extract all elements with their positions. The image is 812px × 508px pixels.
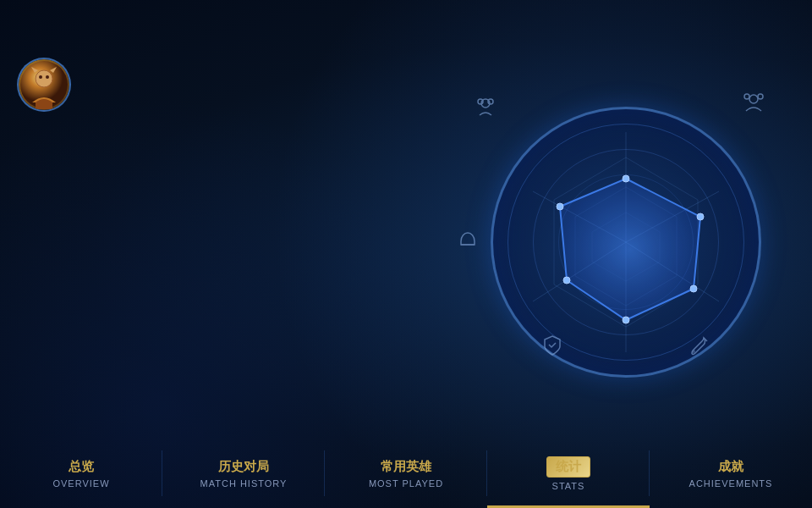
nav-overview-en: OVERVIEW [52, 478, 109, 489]
radar-bottom-left-icon [541, 334, 563, 360]
nav-achievements[interactable]: 成就 ACHIEVEMENTS [650, 441, 812, 508]
svg-point-13 [744, 94, 749, 99]
nav-overview[interactable]: 总览 OVERVIEW [0, 441, 162, 508]
radar-bottom-right-icon [689, 334, 710, 360]
right-panel [440, 44, 812, 440]
nav-match-history-en: MATCH HISTORY [200, 478, 288, 489]
svg-marker-24 [560, 179, 700, 320]
avatar [17, 58, 71, 112]
svg-point-30 [557, 203, 563, 210]
nav-stats[interactable]: 统计 STATS [487, 441, 650, 508]
nav-most-played-en: MOST PLAYED [369, 478, 443, 489]
nav-most-played-cn: 常用英雄 [381, 459, 431, 475]
radar-left-icon [457, 229, 479, 255]
svg-point-4 [46, 75, 49, 79]
svg-point-12 [749, 95, 758, 103]
svg-point-26 [697, 213, 704, 220]
nav-most-played[interactable]: 常用英雄 MOST PLAYED [325, 441, 487, 508]
nav-achievements-cn: 成就 [718, 459, 743, 475]
svg-point-27 [690, 285, 697, 292]
bottom-nav: 总览 OVERVIEW 历史对局 MATCH HISTORY 常用英雄 MOST… [0, 440, 812, 508]
svg-point-3 [39, 75, 42, 79]
nav-overview-cn: 总览 [69, 459, 94, 475]
radar-chart [491, 107, 761, 378]
svg-point-29 [563, 277, 570, 284]
svg-point-28 [623, 317, 629, 323]
nav-achievements-en: ACHIEVEMENTS [689, 478, 773, 489]
svg-point-25 [623, 175, 629, 182]
svg-point-14 [758, 94, 763, 99]
radar-grid [491, 107, 761, 378]
nav-match-history-cn: 历史对局 [218, 459, 269, 475]
svg-point-31 [692, 350, 695, 353]
nav-match-history[interactable]: 历史对局 MATCH HISTORY [162, 441, 325, 508]
nav-stats-cn: 统计 [546, 456, 590, 478]
nav-stats-en: STATS [552, 481, 585, 491]
avatar-image [19, 59, 69, 110]
